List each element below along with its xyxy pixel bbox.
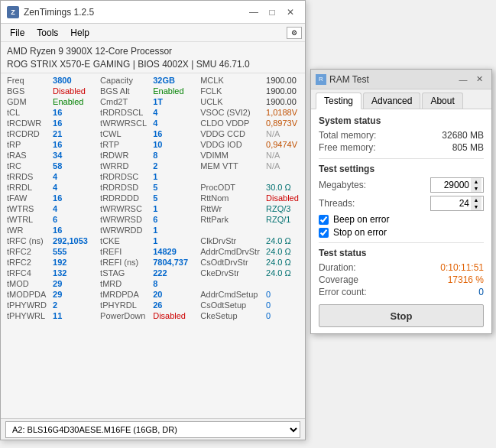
threads-up-button[interactable]: ▲ [471, 196, 481, 203]
beep-on-error-row: Beep on error [319, 214, 484, 225]
timing-value: N/A [263, 128, 302, 139]
coverage-row: Coverage 17316 % [319, 274, 484, 286]
tab-about[interactable]: About [422, 93, 462, 109]
timing-label: tWRWRDD [97, 225, 150, 235]
minimize-button[interactable]: — [245, 5, 262, 20]
table-row: tRFC4132tSTAG222CkeDrvStr24.0 Ω [4, 268, 302, 278]
timing-label: UCLK [197, 96, 263, 107]
timing-label: tRTP [97, 139, 150, 150]
timing-label: tREFI (ns) [97, 257, 150, 268]
timing-label: tWTRS [4, 203, 50, 214]
menu-tools[interactable]: Tools [31, 26, 64, 40]
timing-label: MEM VTT [197, 161, 263, 171]
megabytes-down-button[interactable]: ▼ [471, 185, 481, 192]
megabytes-row: Megabytes: 29000 ▲ ▼ [319, 177, 484, 193]
timing-value: N/A [263, 150, 302, 161]
timing-value: 0,9474V [263, 139, 302, 150]
timing-value: 4 [50, 182, 91, 193]
table-row: Freq3800Capacity32GBMCLK1900.00 [4, 75, 302, 86]
timing-label: tRAS [4, 150, 50, 161]
spinbox-buttons: ▲ ▼ [471, 178, 481, 192]
timing-label: tRDRDSCL [97, 107, 150, 118]
timing-value: 24.0 Ω [263, 257, 302, 268]
table-row: tMODPDA29tMRDPDA20AddrCmdSetup0 [4, 289, 302, 300]
tab-testing[interactable]: Testing [316, 93, 361, 109]
timing-label: MCLK [197, 75, 263, 86]
timing-value: 16 [150, 128, 191, 139]
timing-label: tWRWRSCL [97, 118, 150, 128]
table-row: tRCDRD21tCWL16VDDG CCDN/A [4, 128, 302, 139]
timing-value: 0 [263, 310, 302, 321]
timing-value: 6 [50, 214, 91, 225]
threads-down-button[interactable]: ▼ [471, 203, 481, 210]
menu-file[interactable]: File [4, 26, 31, 40]
timing-value: 24.0 Ω [263, 246, 302, 257]
timing-value: 292,1053 [50, 235, 91, 246]
timing-value: 5 [150, 182, 191, 193]
timing-value: 3800 [50, 75, 91, 86]
timing-label: ProcODT [197, 182, 263, 193]
beep-on-error-checkbox[interactable] [319, 215, 329, 225]
timing-value: 1 [150, 225, 191, 235]
table-row: BGSDisabledBGS AltEnabledFCLK1900.00 [4, 86, 302, 96]
timing-label: tWRWRSD [97, 214, 150, 225]
table-row: tRC58tWRRD2MEM VTTN/A [4, 161, 302, 171]
total-memory-label: Total memory: [319, 130, 376, 141]
tab-advanced[interactable]: Advanced [363, 93, 420, 109]
megabytes-up-button[interactable]: ▲ [471, 178, 481, 185]
timing-value: 0,8973V [263, 118, 302, 128]
timing-value: 16 [50, 139, 91, 150]
timing-value: 20 [150, 289, 191, 300]
timing-label: tMRDPDA [97, 289, 150, 300]
total-memory-row: Total memory: 32680 MB [319, 129, 484, 141]
threads-value: 24 [433, 198, 471, 209]
stop-button[interactable]: Stop [319, 304, 484, 327]
table-row: tRFC2192tREFI (ns)7804,737CsOdtDrvStr24.… [4, 257, 302, 268]
ram-titlebar: R RAM Test — ✕ [311, 70, 491, 89]
megabytes-value: 29000 [433, 180, 471, 190]
timing-value: 222 [150, 268, 191, 278]
ram-tabs: Testing Advanced About [311, 89, 491, 109]
timing-label: VSOC (SVI2) [197, 107, 263, 118]
threads-label: Threads: [319, 198, 355, 209]
coverage-label: Coverage [319, 274, 358, 285]
settings-icon[interactable]: ⚙ [287, 27, 302, 39]
megabytes-spinbox[interactable]: 29000 ▲ ▼ [430, 177, 484, 193]
threads-spinbox-buttons: ▲ ▼ [471, 196, 481, 210]
timing-label: AddrCmdSetup [197, 289, 263, 300]
threads-spinbox[interactable]: 24 ▲ ▼ [430, 196, 484, 211]
processor-line2: ROG STRIX X570-E GAMING | BIOS 4002X | S… [7, 58, 299, 71]
maximize-button[interactable]: □ [264, 5, 280, 20]
menu-help[interactable]: Help [64, 26, 96, 40]
timing-label: BGS [4, 86, 50, 96]
timing-label: tCKE [97, 235, 150, 246]
timing-value: 1 [150, 203, 191, 214]
ram-close-button[interactable]: ✕ [472, 73, 487, 86]
zt-titlebar: Z ZenTimings 1.2.5 — □ ✕ [1, 1, 305, 24]
table-row: tWR16tWRWRDD1 [4, 225, 302, 235]
timing-value: Disabled [50, 86, 91, 96]
timing-table-area: Freq3800Capacity32GBMCLK1900.00BGSDisabl… [1, 73, 305, 323]
timing-label: VDDG IOD [197, 139, 263, 150]
zt-bottom-bar: A2: BLS16G4D30AESE.M16FE (16GB, DR) [1, 418, 305, 440]
free-memory-row: Free memory: 805 MB [319, 141, 484, 154]
timing-value: 4 [50, 171, 91, 182]
ram-minimize-button[interactable]: — [455, 73, 471, 86]
table-row: tRFC (ns)292,1053tCKE1ClkDrvStr24.0 Ω [4, 235, 302, 246]
ram-window-title: RAM Test [329, 74, 369, 85]
close-button[interactable]: ✕ [282, 5, 299, 20]
timing-value: 26 [150, 300, 191, 310]
timing-value: 30.0 Ω [263, 182, 302, 193]
divider-2 [319, 242, 484, 243]
timing-value: 6 [150, 214, 191, 225]
timing-value: 4 [50, 203, 91, 214]
timing-value: 4 [150, 118, 191, 128]
stop-on-error-row: Stop on error [319, 227, 484, 238]
timing-label: VDIMM [197, 150, 263, 161]
table-row: tCL16tRDRDSCL4VSOC (SVI2)1,0188V [4, 107, 302, 118]
timing-label: AddrCmdDrvStr [197, 246, 263, 257]
stop-on-error-checkbox[interactable] [319, 228, 329, 238]
timing-label: tCWL [97, 128, 150, 139]
timing-value: 5 [150, 193, 191, 203]
memory-module-dropdown[interactable]: A2: BLS16G4D30AESE.M16FE (16GB, DR) [5, 421, 300, 438]
